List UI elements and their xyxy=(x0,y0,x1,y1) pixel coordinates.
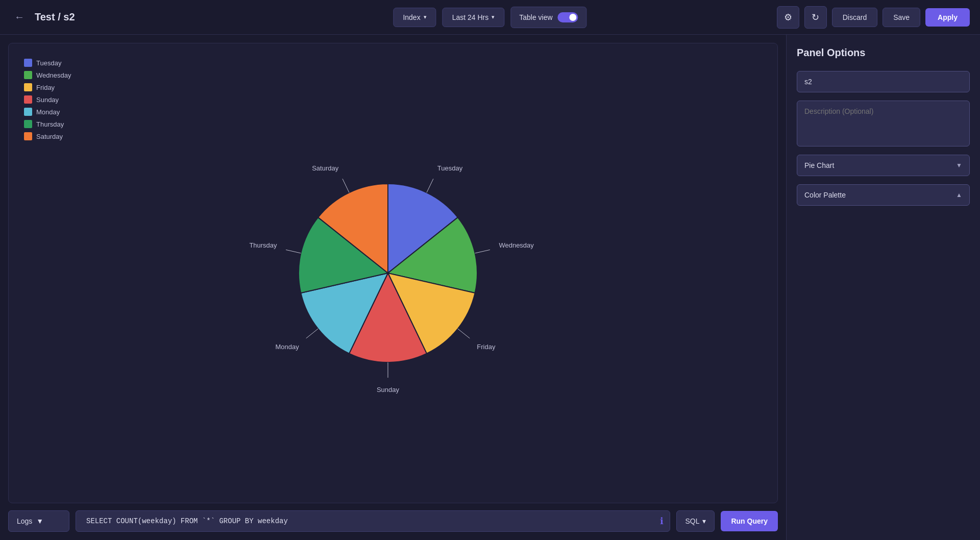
chart-type-select[interactable]: Pie Chart ▼ xyxy=(797,155,970,176)
time-range-label: Last 24 Hrs xyxy=(452,13,489,21)
back-icon: ← xyxy=(14,11,24,22)
index-chevron-icon: ▾ xyxy=(424,14,427,20)
pie-label-text: Tuesday xyxy=(437,164,463,172)
pie-label-text: Monday xyxy=(275,343,299,351)
legend-item: Monday xyxy=(24,108,71,116)
header-center: Index ▾ Last 24 Hrs ▾ Table view xyxy=(393,7,586,28)
legend-color-swatch xyxy=(24,120,32,128)
legend-label: Saturday xyxy=(36,133,63,140)
legend-color-swatch xyxy=(24,59,32,67)
legend-label: Sunday xyxy=(36,96,59,104)
index-label: Index xyxy=(403,13,420,21)
table-view-toggle-container: Table view xyxy=(510,7,586,28)
panel-options-title: Panel Options xyxy=(797,47,970,59)
discard-button[interactable]: Discard xyxy=(832,8,877,27)
chart-area: Tuesday Wednesday Friday Sunday Monday T… xyxy=(8,43,778,503)
header: ← Test / s2 Index ▾ Last 24 Hrs ▾ Table … xyxy=(0,0,980,35)
main-content: Tuesday Wednesday Friday Sunday Monday T… xyxy=(0,35,980,540)
legend-label: Tuesday xyxy=(36,59,61,67)
query-area: Logs ▼ ℹ SQL ▾ Run Query xyxy=(8,510,778,532)
chart-type-chevron-icon: ▼ xyxy=(956,162,962,169)
pie-label-line xyxy=(458,329,470,338)
legend-label: Wednesday xyxy=(36,71,71,79)
legend-item: Friday xyxy=(24,83,71,91)
legend-item: Sunday xyxy=(24,95,71,104)
save-button[interactable]: Save xyxy=(883,8,920,27)
pie-label-text: Sunday xyxy=(377,386,400,394)
sql-label: SQL xyxy=(685,517,699,525)
pie-label-line xyxy=(475,250,490,253)
back-button[interactable]: ← xyxy=(10,9,29,25)
pie-label-text: Friday xyxy=(477,343,496,351)
pie-label-text: Thursday xyxy=(249,241,277,249)
pie-label-text: Saturday xyxy=(312,164,339,172)
right-panel: Panel Options s2 Pie Chart ▼ Color Palet… xyxy=(786,35,980,540)
header-right: ⚙ ↻ Discard Save Apply xyxy=(777,6,970,29)
pie-label-line xyxy=(306,329,318,338)
legend-color-swatch xyxy=(24,108,32,116)
settings-button[interactable]: ⚙ xyxy=(777,6,799,29)
pie-label-line xyxy=(342,179,349,192)
panel-name-input[interactable]: s2 xyxy=(797,71,970,92)
run-query-button[interactable]: Run Query xyxy=(721,511,778,531)
time-chevron-icon: ▾ xyxy=(492,14,495,20)
legend-color-swatch xyxy=(24,71,32,79)
pie-chart-container: TuesdayWednesdayFridaySundayMondayThursd… xyxy=(19,151,767,396)
index-button[interactable]: Index ▾ xyxy=(393,8,436,27)
table-view-toggle[interactable] xyxy=(558,12,578,22)
data-source-select[interactable]: Logs ▼ xyxy=(8,510,69,532)
settings-icon: ⚙ xyxy=(784,12,792,23)
sql-chevron-icon: ▾ xyxy=(702,517,706,525)
breadcrumb: Test / s2 xyxy=(35,11,75,23)
color-palette-chevron-icon: ▲ xyxy=(956,191,962,199)
left-panel: Tuesday Wednesday Friday Sunday Monday T… xyxy=(0,35,786,540)
legend-item: Tuesday xyxy=(24,59,71,67)
pie-label-text: Wednesday xyxy=(499,241,534,249)
panel-description-textarea[interactable] xyxy=(797,101,970,146)
query-input[interactable] xyxy=(82,511,660,531)
chart-type-label: Pie Chart xyxy=(804,161,834,169)
pie-label-line xyxy=(286,250,301,253)
legend-color-swatch xyxy=(24,83,32,91)
refresh-icon: ↻ xyxy=(812,12,819,23)
data-source-label: Logs xyxy=(17,517,32,525)
apply-button[interactable]: Apply xyxy=(925,8,970,27)
legend-color-swatch xyxy=(24,95,32,104)
legend: Tuesday Wednesday Friday Sunday Monday T… xyxy=(24,59,71,140)
color-palette-select[interactable]: Color Palette ▲ xyxy=(797,184,970,206)
legend-color-swatch xyxy=(24,132,32,140)
refresh-button[interactable]: ↻ xyxy=(804,6,827,29)
time-range-button[interactable]: Last 24 Hrs ▾ xyxy=(443,8,505,27)
legend-item: Wednesday xyxy=(24,71,71,79)
pie-label-line xyxy=(427,179,433,192)
pie-chart-svg: TuesdayWednesdayFridaySundayMondayThursd… xyxy=(214,151,572,396)
table-view-label: Table view xyxy=(519,13,552,21)
legend-item: Saturday xyxy=(24,132,71,140)
data-source-chevron-icon: ▼ xyxy=(36,517,43,525)
color-palette-label: Color Palette xyxy=(804,191,846,199)
sql-button[interactable]: SQL ▾ xyxy=(676,510,715,532)
legend-label: Monday xyxy=(36,108,60,116)
legend-label: Friday xyxy=(36,84,55,91)
legend-label: Thursday xyxy=(36,120,64,128)
query-input-container: ℹ xyxy=(76,510,670,532)
legend-item: Thursday xyxy=(24,120,71,128)
query-info-icon[interactable]: ℹ xyxy=(660,516,664,527)
